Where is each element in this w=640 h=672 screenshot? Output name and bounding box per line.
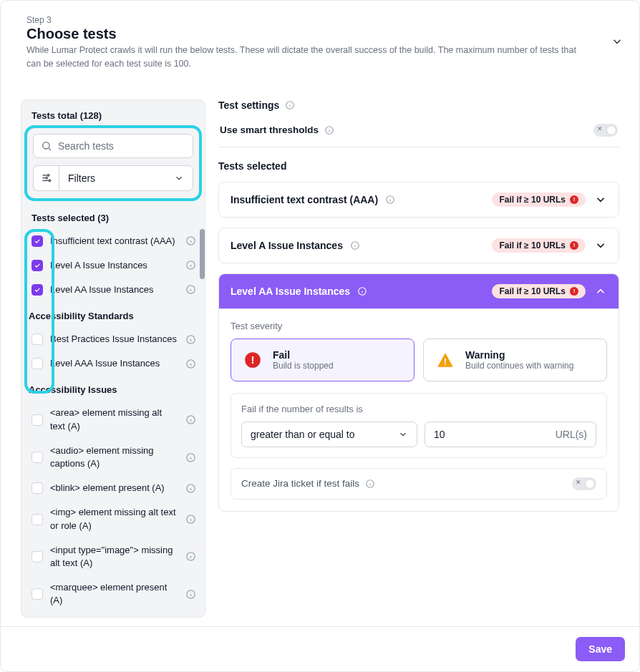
info-icon[interactable] bbox=[185, 284, 196, 295]
svg-point-0 bbox=[43, 142, 49, 148]
checkbox[interactable] bbox=[31, 235, 43, 247]
checkbox[interactable] bbox=[31, 333, 43, 345]
severity-label: Test severity bbox=[231, 321, 607, 331]
info-icon[interactable] bbox=[324, 125, 334, 135]
filters-dropdown[interactable]: Filters bbox=[59, 165, 193, 191]
chevron-up-icon[interactable] bbox=[594, 285, 607, 298]
jira-label: Create Jira ticket if test fails bbox=[241, 478, 359, 489]
operator-value: greater than or equal to bbox=[251, 429, 355, 440]
page-title: Choose tests bbox=[26, 26, 619, 42]
test-item-selected[interactable]: Level A Issue Instances bbox=[21, 253, 205, 278]
test-card-header[interactable]: Level A Issue Instances Fail if ≥ 10 URL… bbox=[219, 228, 619, 263]
test-item-label: Best Practices Issue Instances bbox=[50, 333, 178, 346]
fail-icon: ! bbox=[243, 351, 262, 369]
chevron-down-icon[interactable] bbox=[594, 239, 607, 252]
info-icon[interactable] bbox=[185, 414, 196, 425]
tests-total-label: Tests total (128) bbox=[21, 100, 205, 128]
checkbox[interactable] bbox=[31, 358, 43, 369]
chevron-down-icon bbox=[611, 35, 624, 48]
search-input[interactable] bbox=[58, 140, 185, 152]
info-icon[interactable] bbox=[285, 100, 295, 110]
group-title: Accessibility Standards bbox=[21, 302, 205, 327]
checkbox[interactable] bbox=[31, 284, 43, 296]
test-item[interactable]: <input type="image"> missing alt text (A… bbox=[21, 538, 205, 575]
info-icon[interactable] bbox=[185, 235, 196, 246]
test-item-selected[interactable]: Level AA Issue Instances bbox=[21, 278, 205, 302]
alert-icon bbox=[570, 287, 578, 296]
test-item[interactable]: <area> element missing alt text (A) bbox=[21, 401, 205, 438]
section-collapse-button[interactable] bbox=[611, 35, 624, 48]
threshold-value: 10 bbox=[434, 429, 445, 440]
test-item-label: <img> element missing alt text or role (… bbox=[50, 506, 178, 532]
test-item[interactable]: <img> element missing alt text or role (… bbox=[21, 500, 205, 537]
tests-list[interactable]: Insufficient text contrast (AAA) Level A… bbox=[21, 229, 205, 618]
test-title: Insufficient text contrast (AAA) bbox=[231, 194, 378, 205]
severity-warning-sub: Build continues with warning bbox=[465, 361, 573, 371]
tests-selected-heading: Tests selected bbox=[218, 160, 619, 172]
test-settings-heading: Test settings bbox=[218, 99, 279, 111]
search-filter-highlight: Filters bbox=[24, 125, 202, 201]
checkbox[interactable] bbox=[31, 482, 43, 494]
checkbox[interactable] bbox=[31, 551, 43, 563]
severity-fail-option[interactable]: ! Fail Build is stopped bbox=[231, 339, 414, 381]
test-item-label: Insufficient text contrast (AAA) bbox=[50, 235, 178, 248]
toggle-off-icon: ✕ bbox=[576, 479, 581, 486]
checkbox[interactable] bbox=[31, 414, 43, 426]
info-icon[interactable] bbox=[350, 240, 360, 250]
test-card: Level A Issue Instances Fail if ≥ 10 URL… bbox=[218, 228, 619, 263]
info-icon[interactable] bbox=[185, 551, 196, 562]
info-icon[interactable] bbox=[185, 334, 196, 345]
checkbox[interactable] bbox=[31, 260, 43, 271]
checkbox[interactable] bbox=[31, 588, 43, 600]
chevron-down-icon[interactable] bbox=[594, 193, 607, 206]
smart-thresholds-toggle[interactable]: ✕ bbox=[593, 124, 618, 137]
fail-condition-pill: Fail if ≥ 10 URLs bbox=[492, 284, 586, 298]
smart-thresholds-label: Use smart thresholds bbox=[220, 125, 319, 135]
test-card: Insufficient text contrast (AAA) Fail if… bbox=[218, 182, 619, 218]
info-icon[interactable] bbox=[365, 479, 375, 489]
condition-label: Fail if the number of results is bbox=[241, 404, 596, 414]
test-item-selected[interactable]: Insufficient text contrast (AAA) bbox=[21, 229, 205, 253]
toggle-knob bbox=[586, 479, 594, 488]
jira-toggle[interactable]: ✕ bbox=[572, 477, 596, 490]
test-card-header[interactable]: Insufficient text contrast (AAA) Fail if… bbox=[219, 182, 619, 217]
test-item-label: <blink> element present (A) bbox=[50, 482, 178, 495]
test-item-label: <audio> element missing captions (A) bbox=[50, 444, 178, 470]
filters-icon-box[interactable] bbox=[33, 165, 59, 191]
save-button[interactable]: Save bbox=[576, 637, 625, 661]
jira-row: Create Jira ticket if test fails ✕ bbox=[231, 468, 607, 500]
info-icon[interactable] bbox=[185, 589, 196, 600]
severity-fail-title: Fail bbox=[273, 349, 334, 361]
test-item[interactable]: <audio> element missing captions (A) bbox=[21, 439, 205, 476]
test-item[interactable]: <marquee> element present (A) bbox=[21, 575, 205, 613]
checkbox[interactable] bbox=[31, 452, 43, 463]
info-icon[interactable] bbox=[185, 260, 196, 271]
test-item-label: Level AAA Issue Instances bbox=[50, 357, 178, 370]
tests-sidebar: Tests total (128) Filters Tests select bbox=[21, 99, 205, 618]
info-icon[interactable] bbox=[185, 359, 196, 369]
test-card-header[interactable]: Level AA Issue Instances Fail if ≥ 10 UR… bbox=[219, 274, 619, 308]
info-icon[interactable] bbox=[357, 286, 367, 296]
test-card-expanded: Level AA Issue Instances Fail if ≥ 10 UR… bbox=[218, 273, 619, 512]
svg-point-2 bbox=[46, 177, 48, 179]
checkbox[interactable] bbox=[31, 514, 43, 525]
toggle-off-icon: ✕ bbox=[597, 125, 603, 132]
alert-icon bbox=[570, 241, 578, 250]
test-item[interactable]: Best Practices Issue Instances bbox=[21, 327, 205, 351]
operator-select[interactable]: greater than or equal to bbox=[241, 422, 417, 447]
threshold-unit: URL(s) bbox=[556, 429, 587, 440]
filters-label: Filters bbox=[68, 172, 95, 184]
threshold-input[interactable]: 10 URL(s) bbox=[425, 422, 596, 447]
step-label: Step 3 bbox=[26, 15, 619, 25]
test-item[interactable]: <blink> element present (A) bbox=[21, 476, 205, 500]
info-icon[interactable] bbox=[185, 483, 196, 494]
info-icon[interactable] bbox=[185, 514, 196, 525]
alert-icon bbox=[570, 195, 578, 204]
search-input-wrap[interactable] bbox=[33, 134, 193, 158]
severity-warning-option[interactable]: ! Warning Build continues with warning bbox=[423, 339, 607, 381]
sliders-icon bbox=[41, 172, 52, 183]
info-icon[interactable] bbox=[385, 195, 395, 205]
info-icon[interactable] bbox=[185, 452, 196, 463]
svg-point-3 bbox=[49, 180, 51, 182]
test-item[interactable]: Level AAA Issue Instances bbox=[21, 351, 205, 376]
